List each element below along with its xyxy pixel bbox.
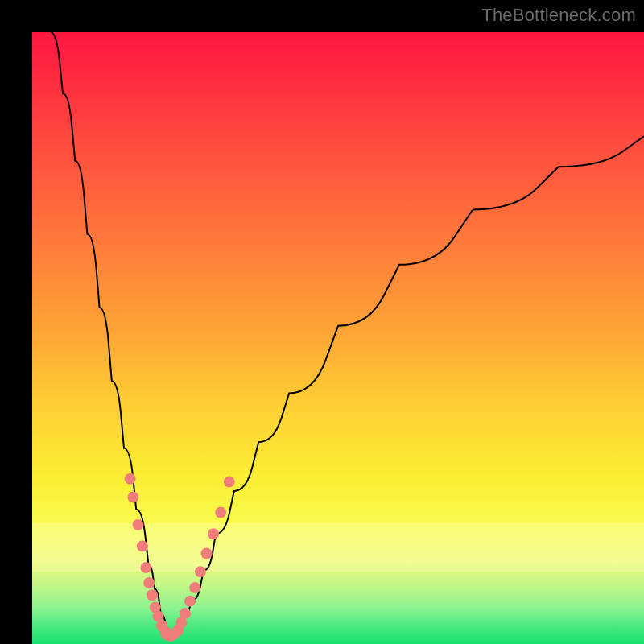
data-point: [125, 473, 136, 485]
data-point: [127, 492, 138, 503]
frame-mask-left: [0, 0, 32, 644]
data-point: [160, 626, 171, 638]
data-point: [201, 548, 213, 559]
data-point: [172, 625, 184, 636]
data-point: [161, 630, 172, 641]
data-point: [224, 477, 235, 488]
bottleneck-curve: [51, 32, 644, 632]
data-point: [153, 611, 164, 622]
chart-frame: TheBottleneck.com: [0, 0, 644, 644]
frame-mask-top: [0, 0, 644, 32]
data-point: [215, 507, 226, 518]
data-point: [150, 601, 161, 613]
data-point: [137, 540, 148, 551]
data-point: [143, 577, 155, 588]
data-point: [156, 620, 167, 631]
highlight-band: [32, 523, 644, 572]
data-point: [165, 630, 176, 642]
data-point: [147, 589, 158, 601]
plot-area: [32, 32, 644, 644]
data-point: [140, 562, 151, 573]
data-point: [180, 608, 191, 619]
data-point: [189, 582, 200, 593]
data-point: [175, 617, 187, 628]
data-point: [168, 629, 180, 640]
chart-svg: [32, 32, 644, 644]
data-point: [184, 596, 196, 607]
data-point: [208, 528, 219, 539]
data-point: [133, 519, 144, 530]
data-points-group: [125, 473, 235, 642]
data-point: [195, 566, 206, 577]
